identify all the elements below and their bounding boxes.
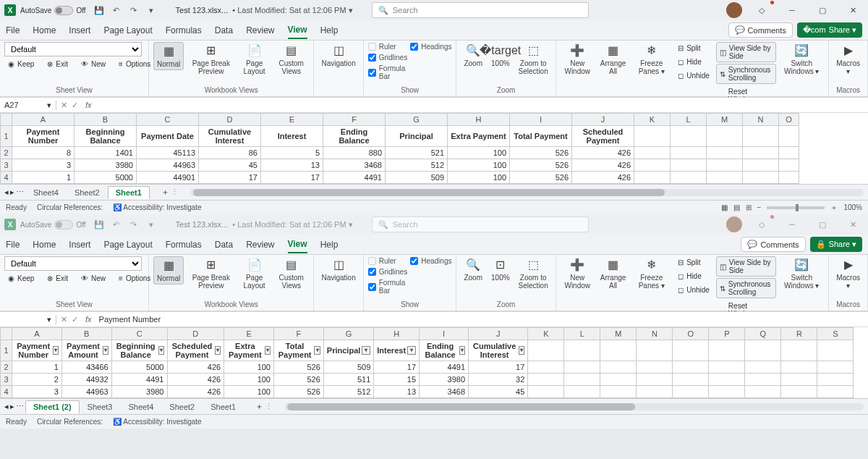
cell[interactable] [528,386,564,398]
tab-help[interactable]: Help [320,237,339,253]
column-header[interactable]: B [61,328,111,340]
cell[interactable] [817,361,854,374]
cell[interactable]: 426 [572,172,634,184]
column-header[interactable]: E [224,328,274,340]
cell[interactable] [745,340,781,361]
view-side-by-side[interactable]: ◫ View Side by Side [716,42,776,62]
cell[interactable] [817,386,854,398]
cell[interactable] [528,361,564,374]
tab-view[interactable]: View [288,236,307,253]
column-header[interactable]: S [817,328,854,340]
cell[interactable] [564,386,600,398]
tab-view[interactable]: View [288,22,307,39]
cell[interactable]: 526 [510,172,572,184]
zoom-100-button[interactable]: �target100% [488,42,513,69]
cell[interactable]: Principal▾ [323,340,373,361]
cell[interactable]: 100 [448,159,510,172]
cell[interactable] [600,340,637,361]
cell[interactable]: 512 [386,159,448,172]
cell[interactable]: 4491 [323,172,386,184]
cell[interactable]: 86 [199,147,261,159]
user-avatar[interactable] [726,2,742,18]
sheet-tab[interactable]: Sheet2 [67,186,108,199]
fx-icon[interactable]: fx [82,315,95,324]
cell[interactable]: Beginning Balance [75,126,137,147]
tab-insert[interactable]: Insert [69,22,90,38]
cell[interactable]: 17 [469,361,528,374]
view-page-break[interactable]: ⊞Page Break Preview [187,42,235,77]
sheet-tab[interactable]: Sheet2 [161,400,203,413]
cell[interactable]: Cumulative Interest [199,126,261,147]
cell[interactable] [707,172,743,184]
cell[interactable] [564,340,600,361]
tab-review[interactable]: Review [246,237,274,253]
cell[interactable]: 3 [12,159,75,172]
cell[interactable]: 8 [12,147,75,159]
cell[interactable]: 17 [261,172,323,184]
tab-formulas[interactable]: Formulas [166,237,202,253]
cell[interactable] [709,386,745,398]
column-header[interactable]: I [510,114,572,126]
cell[interactable] [707,159,743,172]
tab-insert[interactable]: Insert [69,237,90,253]
comments-button[interactable]: 💬 Comments [741,237,805,252]
column-header[interactable]: E [261,114,323,126]
cell[interactable] [745,374,781,386]
search-input[interactable]: 🔍Search [372,216,589,232]
search-input[interactable]: 🔍Search [372,2,589,18]
filter-button[interactable]: ▾ [407,346,416,355]
cell[interactable] [709,340,745,361]
headings-checkbox[interactable]: Headings [410,42,451,51]
cell[interactable]: Interest▾ [374,340,420,361]
cell[interactable] [637,340,673,361]
cell[interactable] [781,340,817,361]
cell[interactable]: Extra Payment [448,126,510,147]
navigation-button[interactable]: ◫Navigation [318,42,358,69]
cell[interactable]: 1 [12,172,75,184]
user-avatar[interactable] [726,216,742,232]
cell[interactable]: 44901 [137,172,199,184]
cell[interactable] [743,147,779,159]
cell[interactable]: 100 [224,374,274,386]
maximize-button[interactable]: ▢ [812,216,833,232]
filter-button[interactable]: ▾ [53,346,59,355]
column-header[interactable]: K [634,114,671,126]
new-sheet-button[interactable]: ＋ [255,401,263,412]
filter-button[interactable]: ▾ [314,346,320,355]
cell[interactable] [709,361,745,374]
view-pagebreak-icon[interactable]: ⊞ [746,203,752,211]
cell[interactable]: 521 [386,147,448,159]
cell[interactable]: 426 [572,147,634,159]
view-normal-icon[interactable]: ▦ [721,203,728,211]
cell[interactable] [743,126,779,147]
column-header[interactable]: C [111,328,167,340]
cell[interactable]: 5000 [111,361,167,374]
sheetview-select[interactable]: Default [4,42,142,56]
column-header[interactable]: A [12,114,75,126]
cell[interactable]: 15 [374,374,420,386]
filter-button[interactable]: ▾ [158,346,164,355]
cell[interactable]: 4491 [420,361,469,374]
sheetview-new[interactable]: 👁 New [77,58,109,70]
cell[interactable]: 880 [323,147,386,159]
column-header[interactable]: O [673,328,709,340]
column-header[interactable]: Q [745,328,781,340]
column-header[interactable]: P [709,328,745,340]
zoom-to-selection[interactable]: ⬚Zoom to Selection [516,42,551,77]
maximize-button[interactable]: ▢ [812,2,833,18]
column-header[interactable]: H [448,114,510,126]
cell[interactable] [743,172,779,184]
cell[interactable] [779,126,799,147]
sheet-tab[interactable]: Sheet1 [203,400,244,413]
cell[interactable]: Scheduled Payment▾ [167,340,224,361]
cell[interactable] [781,386,817,398]
cell[interactable]: Cumulative Interest▾ [469,340,528,361]
column-header[interactable]: J [572,114,634,126]
cell[interactable]: 45113 [137,147,199,159]
cell[interactable] [743,159,779,172]
cell[interactable]: 100 [448,147,510,159]
cell[interactable] [707,147,743,159]
cell[interactable]: 526 [273,374,323,386]
zoom-in-icon[interactable]: ＋ [830,203,838,213]
cell[interactable] [634,126,671,147]
